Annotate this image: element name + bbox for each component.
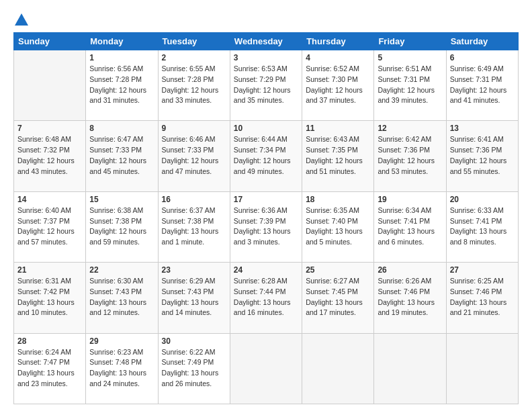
day-number: 15 bbox=[89, 195, 154, 204]
day-number: 14 bbox=[17, 195, 82, 204]
day-info: Sunrise: 6:55 AMSunset: 7:28 PMDaylight:… bbox=[162, 64, 226, 106]
calendar-cell bbox=[446, 333, 518, 404]
calendar-cell: 1Sunrise: 6:56 AMSunset: 7:28 PMDaylight… bbox=[86, 50, 158, 121]
calendar-table: SundayMondayTuesdayWednesdayThursdayFrid… bbox=[13, 32, 519, 404]
calendar-cell: 19Sunrise: 6:34 AMSunset: 7:41 PMDayligh… bbox=[374, 191, 446, 262]
calendar-cell: 13Sunrise: 6:41 AMSunset: 7:36 PMDayligh… bbox=[446, 121, 518, 191]
day-number: 18 bbox=[306, 195, 370, 204]
calendar-header-row: SundayMondayTuesdayWednesdayThursdayFrid… bbox=[14, 33, 519, 50]
logo bbox=[13, 13, 28, 27]
calendar-cell: 10Sunrise: 6:44 AMSunset: 7:34 PMDayligh… bbox=[230, 121, 302, 191]
day-info: Sunrise: 6:27 AMSunset: 7:45 PMDaylight:… bbox=[306, 276, 370, 318]
day-number: 10 bbox=[234, 124, 298, 133]
calendar-cell: 20Sunrise: 6:33 AMSunset: 7:41 PMDayligh… bbox=[446, 191, 518, 262]
calendar-cell bbox=[230, 333, 302, 404]
day-number: 21 bbox=[17, 265, 82, 275]
calendar-cell: 23Sunrise: 6:29 AMSunset: 7:43 PMDayligh… bbox=[158, 263, 230, 333]
calendar-header-tuesday: Tuesday bbox=[158, 33, 230, 50]
day-number: 9 bbox=[162, 124, 226, 133]
calendar-header-monday: Monday bbox=[86, 33, 158, 50]
header bbox=[13, 13, 519, 27]
calendar-cell: 11Sunrise: 6:43 AMSunset: 7:35 PMDayligh… bbox=[302, 121, 374, 191]
logo-triangle-icon bbox=[15, 13, 28, 26]
day-info: Sunrise: 6:37 AMSunset: 7:38 PMDaylight:… bbox=[162, 205, 226, 248]
day-number: 29 bbox=[89, 336, 154, 346]
day-number: 11 bbox=[306, 124, 370, 133]
calendar-cell: 25Sunrise: 6:27 AMSunset: 7:45 PMDayligh… bbox=[302, 263, 374, 333]
day-info: Sunrise: 6:46 AMSunset: 7:33 PMDaylight:… bbox=[162, 134, 226, 177]
day-info: Sunrise: 6:44 AMSunset: 7:34 PMDaylight:… bbox=[234, 134, 298, 177]
calendar-cell: 6Sunrise: 6:49 AMSunset: 7:31 PMDaylight… bbox=[446, 50, 518, 121]
calendar-cell: 29Sunrise: 6:23 AMSunset: 7:48 PMDayligh… bbox=[86, 333, 158, 404]
calendar-cell: 18Sunrise: 6:35 AMSunset: 7:40 PMDayligh… bbox=[302, 191, 374, 262]
calendar-cell: 15Sunrise: 6:38 AMSunset: 7:38 PMDayligh… bbox=[86, 191, 158, 262]
logo-text bbox=[13, 13, 28, 27]
day-number: 23 bbox=[162, 265, 226, 275]
calendar-cell: 24Sunrise: 6:28 AMSunset: 7:44 PMDayligh… bbox=[230, 263, 302, 333]
day-info: Sunrise: 6:26 AMSunset: 7:46 PMDaylight:… bbox=[378, 276, 442, 318]
day-info: Sunrise: 6:29 AMSunset: 7:43 PMDaylight:… bbox=[162, 276, 226, 318]
day-number: 6 bbox=[450, 53, 515, 62]
day-number: 30 bbox=[162, 336, 226, 346]
calendar-header-wednesday: Wednesday bbox=[230, 33, 302, 50]
day-number: 24 bbox=[234, 265, 298, 275]
day-number: 19 bbox=[378, 195, 442, 204]
calendar-cell: 26Sunrise: 6:26 AMSunset: 7:46 PMDayligh… bbox=[374, 263, 446, 333]
day-number: 7 bbox=[17, 124, 82, 133]
day-info: Sunrise: 6:41 AMSunset: 7:36 PMDaylight:… bbox=[450, 134, 515, 177]
day-info: Sunrise: 6:23 AMSunset: 7:48 PMDaylight:… bbox=[89, 347, 154, 390]
day-number: 22 bbox=[89, 265, 154, 275]
day-number: 3 bbox=[234, 53, 298, 62]
calendar-header-thursday: Thursday bbox=[302, 33, 374, 50]
page: SundayMondayTuesdayWednesdayThursdayFrid… bbox=[0, 0, 532, 411]
calendar-cell: 21Sunrise: 6:31 AMSunset: 7:42 PMDayligh… bbox=[14, 263, 86, 333]
day-info: Sunrise: 6:38 AMSunset: 7:38 PMDaylight:… bbox=[89, 205, 154, 248]
calendar-header-sunday: Sunday bbox=[14, 33, 86, 50]
calendar-cell: 14Sunrise: 6:40 AMSunset: 7:37 PMDayligh… bbox=[14, 191, 86, 262]
day-number: 8 bbox=[89, 124, 154, 133]
day-info: Sunrise: 6:51 AMSunset: 7:31 PMDaylight:… bbox=[378, 64, 442, 106]
day-info: Sunrise: 6:56 AMSunset: 7:28 PMDaylight:… bbox=[89, 64, 154, 106]
day-number: 28 bbox=[17, 336, 82, 346]
day-info: Sunrise: 6:31 AMSunset: 7:42 PMDaylight:… bbox=[17, 276, 82, 318]
calendar-cell: 22Sunrise: 6:30 AMSunset: 7:43 PMDayligh… bbox=[86, 263, 158, 333]
day-info: Sunrise: 6:30 AMSunset: 7:43 PMDaylight:… bbox=[89, 276, 154, 318]
day-number: 25 bbox=[306, 265, 370, 275]
calendar-cell: 7Sunrise: 6:48 AMSunset: 7:32 PMDaylight… bbox=[14, 121, 86, 191]
calendar-week-row: 21Sunrise: 6:31 AMSunset: 7:42 PMDayligh… bbox=[14, 263, 519, 333]
calendar-cell: 9Sunrise: 6:46 AMSunset: 7:33 PMDaylight… bbox=[158, 121, 230, 191]
day-number: 16 bbox=[162, 195, 226, 204]
calendar-week-row: 14Sunrise: 6:40 AMSunset: 7:37 PMDayligh… bbox=[14, 191, 519, 262]
calendar-cell: 27Sunrise: 6:25 AMSunset: 7:46 PMDayligh… bbox=[446, 263, 518, 333]
day-number: 5 bbox=[378, 53, 442, 62]
calendar-header-friday: Friday bbox=[374, 33, 446, 50]
calendar-cell: 30Sunrise: 6:22 AMSunset: 7:49 PMDayligh… bbox=[158, 333, 230, 404]
calendar-cell: 5Sunrise: 6:51 AMSunset: 7:31 PMDaylight… bbox=[374, 50, 446, 121]
calendar-cell: 8Sunrise: 6:47 AMSunset: 7:33 PMDaylight… bbox=[86, 121, 158, 191]
calendar-cell bbox=[302, 333, 374, 404]
day-number: 4 bbox=[306, 53, 370, 62]
calendar-week-row: 28Sunrise: 6:24 AMSunset: 7:47 PMDayligh… bbox=[14, 333, 519, 404]
day-info: Sunrise: 6:36 AMSunset: 7:39 PMDaylight:… bbox=[234, 205, 298, 248]
calendar-cell: 28Sunrise: 6:24 AMSunset: 7:47 PMDayligh… bbox=[14, 333, 86, 404]
calendar-cell: 17Sunrise: 6:36 AMSunset: 7:39 PMDayligh… bbox=[230, 191, 302, 262]
calendar-header-saturday: Saturday bbox=[446, 33, 518, 50]
calendar-week-row: 7Sunrise: 6:48 AMSunset: 7:32 PMDaylight… bbox=[14, 121, 519, 191]
day-info: Sunrise: 6:34 AMSunset: 7:41 PMDaylight:… bbox=[378, 205, 442, 248]
calendar-week-row: 1Sunrise: 6:56 AMSunset: 7:28 PMDaylight… bbox=[14, 50, 519, 121]
day-info: Sunrise: 6:49 AMSunset: 7:31 PMDaylight:… bbox=[450, 64, 515, 106]
day-number: 12 bbox=[378, 124, 442, 133]
day-info: Sunrise: 6:47 AMSunset: 7:33 PMDaylight:… bbox=[89, 134, 154, 177]
day-number: 26 bbox=[378, 265, 442, 275]
calendar-cell bbox=[374, 333, 446, 404]
day-info: Sunrise: 6:52 AMSunset: 7:30 PMDaylight:… bbox=[306, 64, 370, 106]
calendar-cell: 3Sunrise: 6:53 AMSunset: 7:29 PMDaylight… bbox=[230, 50, 302, 121]
day-number: 17 bbox=[234, 195, 298, 204]
day-number: 1 bbox=[89, 53, 154, 62]
day-info: Sunrise: 6:53 AMSunset: 7:29 PMDaylight:… bbox=[234, 64, 298, 106]
calendar-cell: 12Sunrise: 6:42 AMSunset: 7:36 PMDayligh… bbox=[374, 121, 446, 191]
day-info: Sunrise: 6:33 AMSunset: 7:41 PMDaylight:… bbox=[450, 205, 515, 248]
day-info: Sunrise: 6:35 AMSunset: 7:40 PMDaylight:… bbox=[306, 205, 370, 248]
day-info: Sunrise: 6:22 AMSunset: 7:49 PMDaylight:… bbox=[162, 347, 226, 390]
calendar-cell: 4Sunrise: 6:52 AMSunset: 7:30 PMDaylight… bbox=[302, 50, 374, 121]
